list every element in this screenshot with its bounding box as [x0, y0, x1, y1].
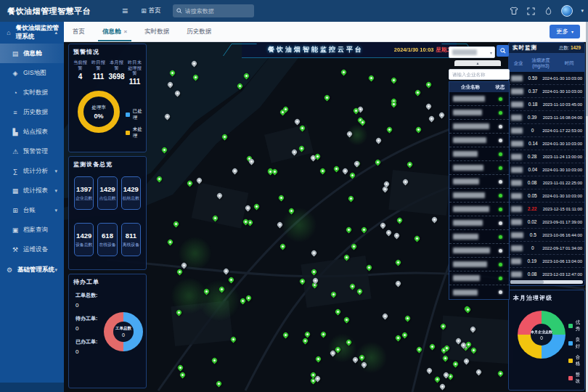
company-row[interactable] — [449, 271, 509, 285]
tab-3[interactable]: 实时数据 — [136, 22, 178, 41]
realtime-row[interactable]: 0.042024-01-30 10:03:00 — [509, 163, 584, 176]
realtime-row[interactable]: 0.082023-11-01 22:25:00 — [509, 176, 584, 189]
legend-swatch — [568, 376, 573, 380]
legend-item: 已处理 — [126, 108, 146, 121]
sidebar-item-system[interactable]: ⚙基础管理系统▾ — [0, 259, 64, 281]
company-row[interactable] — [449, 216, 509, 230]
company-row[interactable] — [449, 285, 509, 299]
breadcrumb[interactable]: ⊞ 首页 — [141, 7, 161, 15]
sidebar-item-clock[interactable]: ◔实时数据 — [0, 83, 64, 102]
scrollbar-thumb[interactable] — [510, 280, 544, 284]
reading-time: 2023-10-06 13:04:00 — [542, 259, 584, 264]
realtime-row[interactable]: 0.022023-09-01 17:39:00 — [509, 216, 584, 229]
realtime-monitor-panel: 实时监测 总数: 1429 企业 油烟浓度(mg/m3) 时间 0.592024… — [508, 42, 585, 286]
fullscreen-icon[interactable] — [526, 7, 536, 16]
realtime-row[interactable]: 0.592024-01-30 10:03:00 — [509, 72, 584, 85]
sidebar-item-ledger[interactable]: ⊞台账▾ — [0, 200, 64, 220]
company-name-redacted — [453, 123, 489, 129]
company-row[interactable] — [449, 120, 509, 134]
tab-4[interactable]: 历史数据 — [178, 22, 220, 41]
realtime-row[interactable]: 0.372024-01-30 10:03:00 — [509, 85, 584, 98]
realtime-row[interactable]: 0.282023-11-24 13:00:00 — [509, 150, 584, 163]
company-row[interactable] — [449, 258, 509, 271]
reading-time: 2023-11-01 22:25:00 — [543, 181, 584, 185]
legend-label: 合格 — [576, 354, 584, 367]
realtime-hscrollbar[interactable] — [510, 280, 583, 284]
company-row[interactable] — [449, 203, 509, 216]
sidebar-item-alert[interactable]: ⚠预警管理 — [0, 142, 64, 161]
user-menu-chevron-down-icon[interactable]: ▾ — [581, 8, 584, 14]
sidebar-item-label: 预警管理 — [23, 147, 48, 156]
company-region-select[interactable]: ▾ — [449, 46, 495, 58]
alarm-panel-title: 预警情况 — [69, 44, 146, 58]
company-name-redacted — [453, 137, 486, 143]
realtime-row[interactable]: 0.52023-10-06 16:44:00 — [509, 229, 584, 242]
realtime-row[interactable]: 2.222023-12-15 01:11:00 — [509, 203, 584, 216]
company-row[interactable] — [449, 147, 509, 161]
company-name-redacted — [511, 128, 523, 134]
sidebar-item-home[interactable]: ⌂餐饮油烟监控管理系统▴ — [0, 22, 64, 44]
search-icon — [500, 48, 506, 54]
concentration-value: 0 — [523, 245, 542, 250]
company-row[interactable] — [449, 92, 509, 106]
status-dot — [499, 180, 502, 184]
realtime-row[interactable]: 0.142024-01-30 10:03:00 — [509, 137, 584, 150]
breadcrumb-home[interactable]: 首页 — [149, 7, 161, 15]
status-dot — [499, 235, 502, 239]
hamburger-menu-icon[interactable]: ≡ — [122, 5, 128, 17]
tab-1[interactable]: 首页 — [64, 22, 94, 41]
realtime-row[interactable]: 02024-01-17 22:53:00 — [509, 124, 584, 137]
realtime-row[interactable]: 02022-09-17 01:34:00 — [509, 242, 584, 255]
realtime-row[interactable]: 0.192023-10-06 13:04:00 — [509, 255, 584, 268]
company-row[interactable] — [449, 175, 509, 189]
alarm-stat-value: 111 — [126, 78, 144, 86]
flame-notice-icon[interactable] — [544, 7, 553, 16]
company-name-redacted — [453, 248, 490, 253]
sidebar-item-report[interactable]: ▙站点报表 — [0, 122, 64, 142]
sidebar-item-analysis[interactable]: ∑统计分析▾ — [0, 161, 64, 181]
realtime-panel-title: 实时监测 — [513, 44, 537, 52]
sidebar-item-history[interactable]: ≡历史数据 — [0, 102, 64, 122]
company-row[interactable] — [449, 106, 509, 120]
concentration-value: 0.08 — [522, 180, 543, 185]
global-search[interactable] — [173, 4, 254, 17]
company-name-redacted — [511, 102, 523, 107]
workorder-stat: 待办工单:0 — [75, 315, 97, 332]
legend-swatch — [568, 359, 573, 363]
realtime-row[interactable]: 0.392023-11-16 08:04:00 — [509, 111, 584, 124]
reading-time: 2024-01-30 10:03:00 — [542, 168, 584, 172]
more-button[interactable]: 更多▾ — [550, 25, 580, 38]
company-name-redacted — [453, 261, 487, 267]
theme-shirt-icon[interactable] — [509, 7, 518, 16]
company-row[interactable] — [449, 134, 509, 147]
close-icon[interactable]: × — [124, 28, 128, 35]
sidebar-item-label: 实时数据 — [23, 89, 48, 97]
user-avatar[interactable] — [561, 5, 573, 17]
status-dot — [499, 263, 502, 266]
chevron-down-icon: ▾ — [490, 50, 492, 55]
company-name-input[interactable] — [449, 69, 510, 80]
global-search-input[interactable] — [185, 8, 248, 15]
realtime-row[interactable]: 0.082023-12-03 12:47:00 — [509, 268, 584, 281]
company-search-button[interactable] — [497, 45, 509, 57]
dashboard-map-area: 餐饮油烟智能监控云平台 2024/1/30 10:03星期二 预警情况 当前报警… — [64, 42, 586, 392]
sidebar-item-device[interactable]: ⚒运维设备 — [0, 240, 64, 259]
realtime-row[interactable]: 0.052024-01-30 10:03:00 — [509, 189, 584, 203]
sidebar-item-dashboard[interactable]: ▤信息舱 — [0, 44, 64, 63]
company-row[interactable] — [449, 230, 509, 244]
realtime-panel-header: 实时监测 总数: 1429 — [509, 43, 584, 54]
legend-swatch — [568, 341, 573, 346]
reading-time: 2024-01-30 10:03:00 — [542, 76, 584, 81]
sidebar-item-map[interactable]: ◈GIS地图 — [0, 63, 64, 83]
sidebar-item-table[interactable]: ▦统计报表▾ — [0, 181, 64, 200]
legend-item: 整改 — [568, 372, 584, 385]
company-row[interactable] — [449, 244, 509, 258]
collapse-list-button[interactable]: ▴ — [454, 60, 501, 66]
company-row[interactable] — [449, 189, 509, 203]
tab-2[interactable]: 信息舱× — [94, 22, 136, 41]
workorder-stat-value: 0 — [75, 325, 97, 332]
company-name-redacted — [453, 290, 478, 295]
company-row[interactable] — [449, 161, 509, 175]
sidebar-item-archive[interactable]: ▣档案查询 — [0, 220, 64, 240]
realtime-row[interactable]: 0.182023-11-10 03:45:00 — [509, 98, 584, 111]
